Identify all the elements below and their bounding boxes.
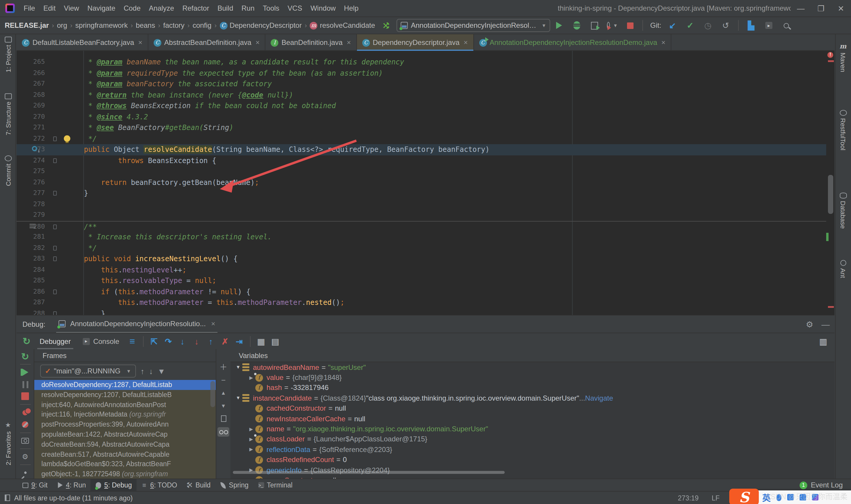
code-line[interactable]: 285 this.resolvableType = null; xyxy=(17,275,826,286)
variable-row[interactable]: fcachedConstructor=null xyxy=(231,403,834,414)
sidebar-item-project[interactable]: 1: Project xyxy=(0,37,16,72)
close-icon[interactable]: × xyxy=(347,38,351,47)
frame-down-icon[interactable]: ↓ xyxy=(149,367,153,375)
ime-toolbox-icon[interactable] xyxy=(812,494,818,501)
variable-row[interactable]: ▶freflectionData={SoftReference@2203} xyxy=(231,444,834,455)
debug-session-tab[interactable]: AnnotationDependencyInjectionResolutio..… xyxy=(56,315,217,333)
ime-toolbar[interactable]: S 英 xyxy=(735,490,851,504)
debug-button[interactable] xyxy=(572,20,582,31)
fold-marker-icon[interactable] xyxy=(53,191,57,196)
breadcrumb-item[interactable]: factory xyxy=(163,21,184,30)
toolwindow-toggle-icon[interactable] xyxy=(5,494,10,501)
navigate-link[interactable]: Navigate xyxy=(585,394,613,402)
variable-row[interactable]: ▼instanceCandidate={Class@1824} "class o… xyxy=(231,393,834,403)
menu-file[interactable]: File xyxy=(19,0,39,17)
menu-analyze[interactable]: Analyze xyxy=(145,0,178,17)
fold-marker-icon[interactable] xyxy=(53,136,57,141)
code-line[interactable]: 281 * Increase this descriptor's nesting… xyxy=(17,232,826,242)
debug-settings-gear-icon[interactable]: ⚙ xyxy=(19,451,32,463)
menu-tools[interactable]: Tools xyxy=(258,0,283,17)
fold-marker-icon[interactable] xyxy=(53,289,57,294)
run-to-cursor-icon[interactable]: ⇥ xyxy=(233,335,246,348)
thread-select[interactable]: ✓ "main"@...RUNNING ▼ xyxy=(40,364,135,378)
code-line[interactable]: 279 xyxy=(17,210,826,221)
minimize-toolwindow-icon[interactable]: — xyxy=(821,319,830,329)
frame-row[interactable]: inject:116, InjectionMetadata (org.sprin… xyxy=(34,410,216,420)
menu-code[interactable]: Code xyxy=(120,0,144,17)
breadcrumb-item[interactable]: CDependencyDescriptor xyxy=(220,21,302,30)
code-line[interactable]: 282 */ xyxy=(17,242,826,253)
code-line[interactable]: 286 if (this.methodParameter != null) { xyxy=(17,286,826,297)
code-line[interactable]: 275 xyxy=(17,166,826,177)
line-ending[interactable]: LF xyxy=(711,494,720,501)
frames-scrollbar[interactable] xyxy=(211,381,215,407)
chevron-down-icon[interactable]: ▼ xyxy=(234,364,242,370)
variable-row[interactable]: ▶fclassLoader={Launcher$AppClassLoader@1… xyxy=(231,434,834,444)
stop-icon[interactable] xyxy=(19,391,32,403)
frame-row[interactable]: lambda$doGetBean$0:323, AbstractBeanF xyxy=(34,460,216,469)
frame-row[interactable]: doCreateBean:594, AbstractAutowireCapa xyxy=(34,439,216,450)
breadcrumb-item[interactable]: mresolveCandidate xyxy=(310,21,375,30)
sidebar-item-maven[interactable]: mMaven xyxy=(835,42,851,72)
fold-marker-icon[interactable] xyxy=(53,224,57,229)
run-button[interactable] xyxy=(554,20,564,31)
variable-row[interactable]: ▶fvalue={char[9]@1848} xyxy=(231,373,834,383)
move-down-icon[interactable]: ▼ xyxy=(221,402,226,410)
variable-row[interactable]: fclassRedefinedCount=0 xyxy=(231,455,834,465)
code-line[interactable]: 287 this.methodParameter = this.methodPa… xyxy=(17,297,826,308)
frame-row[interactable]: postProcessProperties:399, AutowiredAnn xyxy=(34,419,216,430)
menu-view[interactable]: View xyxy=(60,0,83,17)
pin-icon[interactable] xyxy=(19,467,32,479)
fold-marker-icon[interactable] xyxy=(53,311,57,315)
scrollbar-thumb[interactable] xyxy=(828,175,833,214)
toolwindow-button-6-todo[interactable]: ≡6: TODO xyxy=(137,479,182,491)
toolwindow-button-9-git[interactable]: 9: Git xyxy=(18,479,52,491)
chevron-right-icon[interactable]: ▶ xyxy=(247,437,255,442)
event-log-button[interactable]: 1 Event Log xyxy=(800,481,843,489)
menu-window[interactable]: Window xyxy=(306,0,340,17)
git-history-button[interactable]: ◷ xyxy=(703,20,713,31)
toolwindow-button-4-run[interactable]: 4: Run xyxy=(52,479,91,491)
wrench-icon[interactable]: ⚒ xyxy=(381,22,391,29)
sidebar-item-restfultool[interactable]: RestfulTool xyxy=(835,110,851,150)
close-icon[interactable]: × xyxy=(464,38,468,47)
rerun-program-icon[interactable]: ↻ xyxy=(19,350,32,362)
menu-help[interactable]: Help xyxy=(340,0,363,17)
sidebar-item-database[interactable]: Database xyxy=(835,193,851,229)
code-line[interactable]: 278 xyxy=(17,199,826,210)
code-line[interactable]: 274 throws BeansException { xyxy=(17,155,826,166)
variable-row[interactable]: ▼autowiredBeanName="superUser" xyxy=(231,362,834,373)
layout-icon[interactable]: ▤ xyxy=(269,335,282,348)
tab-debugger[interactable]: Debugger xyxy=(34,333,76,349)
close-icon[interactable]: × xyxy=(211,319,215,328)
variables-hscrollbar[interactable] xyxy=(233,471,505,474)
chevron-right-icon[interactable]: ▶ xyxy=(247,375,255,380)
error-stripe[interactable]: ! xyxy=(826,51,834,315)
show-watches-glasses-icon[interactable] xyxy=(217,427,229,437)
breadcrumb-item[interactable]: springframework xyxy=(75,21,128,30)
move-up-icon[interactable]: ▲ xyxy=(221,389,226,397)
copy-stack-icon[interactable] xyxy=(221,415,226,422)
sidebar-item-commit[interactable]: Commit xyxy=(0,156,16,186)
sidebar-item-ant[interactable]: Ant xyxy=(835,260,851,278)
pause-icon[interactable] xyxy=(19,378,32,391)
evaluate-expression-icon[interactable]: ▦ xyxy=(255,335,268,348)
code-line[interactable]: 288 } xyxy=(17,308,826,315)
threads-view-icon[interactable]: ≡ xyxy=(126,335,139,348)
frame-row[interactable]: getObject:-1, 1827725498 (org.springfram xyxy=(34,469,216,479)
fold-marker-icon[interactable] xyxy=(53,158,57,163)
fold-marker-icon[interactable] xyxy=(53,246,57,250)
git-commit-button[interactable]: ✓ xyxy=(685,20,695,31)
step-over-icon[interactable]: ↷ xyxy=(162,335,175,348)
code-line[interactable]: 284 this.nestingLevel++; xyxy=(17,265,826,275)
toolwindow-button-terminal[interactable]: >_Terminal xyxy=(253,479,297,491)
force-step-into-icon[interactable]: ↓ xyxy=(190,335,203,348)
toolwindow-button-spring[interactable]: Spring xyxy=(215,479,254,491)
show-execution-point-icon[interactable]: ⇱ xyxy=(148,335,161,348)
sidebar-item-favorites[interactable]: ★2: Favorites xyxy=(0,421,16,465)
filter-icon[interactable]: ▼ xyxy=(158,367,165,375)
menu-refactor[interactable]: Refactor xyxy=(178,0,213,17)
view-breakpoints-icon[interactable] xyxy=(19,407,32,419)
sidebar-item-structure[interactable]: 7: Structure xyxy=(0,93,16,135)
frame-row[interactable]: populateBean:1422, AbstractAutowireCap xyxy=(34,430,216,439)
